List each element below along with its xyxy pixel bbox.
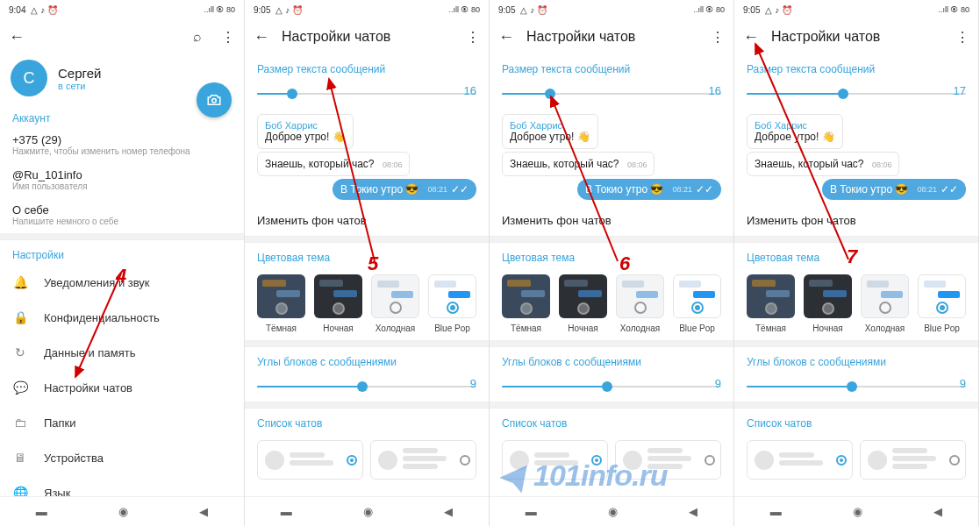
avatar[interactable]: С: [11, 60, 47, 96]
theme-dark[interactable]: Тёмная: [747, 274, 795, 333]
item-privacy[interactable]: 🔒Конфиденциальность: [0, 300, 244, 335]
theme-dark[interactable]: Тёмная: [257, 274, 305, 333]
divider: [490, 402, 733, 409]
theme-dark[interactable]: Тёмная: [502, 274, 550, 333]
about-row[interactable]: О себе Напишите немного о себе: [0, 198, 244, 233]
menu-icon[interactable]: ⋮: [221, 29, 235, 46]
theme-night[interactable]: Ночная: [314, 274, 362, 333]
corners-slider[interactable]: 9: [257, 379, 476, 394]
theme-cold[interactable]: Холодная: [371, 274, 419, 333]
item-notifications[interactable]: 🔔Уведомления и звук: [0, 265, 244, 300]
msg-in: Боб Харрис Доброе утро! 👋: [747, 114, 843, 149]
phone: +375 (29): [12, 133, 232, 146]
back-icon[interactable]: ←: [498, 28, 514, 46]
corners-slider[interactable]: 9: [747, 379, 966, 394]
text-size-slider[interactable]: 16: [502, 86, 721, 102]
item-devices[interactable]: 🖥Устройства: [0, 440, 244, 475]
nav-back-icon[interactable]: ◀: [934, 505, 942, 518]
statusbar-signal-icons: ..ıll ⦿ 80: [204, 5, 235, 14]
back-icon[interactable]: ←: [743, 28, 759, 46]
msg-in: Боб Харрис Доброе утро! 👋: [257, 114, 354, 149]
corners-value: 9: [960, 377, 966, 390]
change-background-row[interactable]: Изменить фон чатов: [734, 205, 978, 236]
corners-label: Углы блоков с сообщениями: [734, 347, 978, 372]
msg-in: Знаешь, который час? 08:06: [257, 152, 410, 176]
item-chat-settings[interactable]: 💬Настройки чатов: [0, 370, 244, 405]
chatlist-option-3line[interactable]: [860, 440, 966, 480]
statusbar-signal-icons: ..ıll ⦿ 80: [693, 5, 725, 14]
back-icon[interactable]: ←: [254, 28, 269, 46]
msg-in: Знаешь, который час? 08:06: [747, 152, 899, 176]
statusbar: 9:05△ ♪ ⏰ ..ıll ⦿ 80: [245, 0, 489, 19]
text-size-label: Размер текста сообщений: [245, 54, 489, 79]
statusbar-time: 9:05: [743, 5, 760, 15]
chat-icon: 💬: [12, 380, 28, 394]
menu-icon[interactable]: ⋮: [711, 29, 725, 46]
chat-preview: Боб Харрис Доброе утро! 👋 Знаешь, которы…: [734, 109, 978, 205]
search-icon[interactable]: ⌕: [193, 29, 202, 45]
svg-point-0: [212, 99, 217, 103]
nav-home-icon[interactable]: ◉: [853, 505, 862, 518]
bell-icon: 🔔: [12, 275, 28, 289]
theme-bluepop[interactable]: Blue Pop: [428, 274, 476, 333]
item-folders[interactable]: 🗀Папки: [0, 405, 244, 440]
chatlist-option-2line[interactable]: [747, 440, 853, 480]
nav-home-icon[interactable]: ◉: [363, 505, 373, 518]
themes-row: Тёмная Ночная Холодная Blue Pop: [734, 267, 978, 340]
camera-fab[interactable]: [197, 82, 232, 117]
item-data[interactable]: ↻Данные и память: [0, 335, 244, 370]
chatlist-option-3line[interactable]: [615, 440, 721, 480]
theme-label: Цветовая тема: [734, 243, 978, 267]
text-size-slider[interactable]: 16: [257, 86, 476, 102]
menu-icon[interactable]: ⋮: [955, 29, 969, 46]
statusbar-notif-icons: △ ♪ ⏰: [275, 5, 303, 15]
divider: [0, 233, 244, 240]
statusbar-notif-icons: △ ♪ ⏰: [31, 5, 58, 15]
nav-recent-icon[interactable]: ▬: [281, 505, 292, 518]
chatlist-option-2line[interactable]: [257, 440, 363, 480]
nav-back-icon[interactable]: ◀: [199, 505, 208, 518]
chatlist-option-3line[interactable]: [370, 440, 476, 480]
theme-label: Цветовая тема: [490, 243, 733, 267]
nav-recent-icon[interactable]: ▬: [770, 505, 782, 518]
nav-back-icon[interactable]: ◀: [689, 505, 697, 518]
nav-home-icon[interactable]: ◉: [608, 505, 618, 518]
text-size-slider[interactable]: 17: [747, 86, 966, 102]
chatlist-option-2line[interactable]: [502, 440, 608, 480]
change-background-row[interactable]: Изменить фон чатов: [490, 205, 733, 236]
text-size-label: Размер текста сообщений: [490, 54, 733, 79]
navbar: ▬ ◉ ◀: [734, 496, 978, 526]
nav-back-icon[interactable]: ◀: [444, 505, 453, 518]
navbar: ▬ ◉ ◀: [245, 496, 489, 526]
profile-name: Сергей: [58, 66, 101, 81]
statusbar-notif-icons: △ ♪ ⏰: [520, 5, 547, 15]
corners-label: Углы блоков с сообщениями: [245, 347, 489, 372]
theme-cold[interactable]: Холодная: [861, 274, 909, 333]
nav-recent-icon[interactable]: ▬: [526, 505, 537, 518]
corners-slider[interactable]: 9: [502, 379, 721, 394]
msg-out: В Токио утро 😎 08:21 ✓✓: [577, 179, 721, 200]
statusbar: 9:04△ ♪ ⏰ ..ıll ⦿ 80: [0, 0, 244, 19]
phone-row[interactable]: +375 (29) Нажмите, чтобы изменить номер …: [0, 128, 244, 163]
theme-bluepop[interactable]: Blue Pop: [673, 274, 721, 333]
theme-label: Цветовая тема: [245, 243, 489, 267]
settings-label: Настройки: [0, 240, 244, 265]
nav-home-icon[interactable]: ◉: [118, 505, 128, 518]
change-background-row[interactable]: Изменить фон чатов: [245, 205, 489, 236]
username-row[interactable]: @Ru_101info Имя пользователя: [0, 163, 244, 198]
back-icon[interactable]: ←: [9, 28, 25, 46]
theme-bluepop[interactable]: Blue Pop: [918, 274, 966, 333]
divider: [734, 402, 978, 409]
chatlist-label: Список чатов: [490, 409, 733, 433]
msg-in: Боб Харрис Доброе утро! 👋: [502, 114, 598, 149]
nav-recent-icon[interactable]: ▬: [36, 505, 47, 518]
statusbar-time: 9:05: [498, 5, 515, 15]
statusbar-signal-icons: ..ıll ⦿ 80: [938, 5, 969, 14]
theme-night[interactable]: Ночная: [804, 274, 852, 333]
page-title: Настройки чатов: [282, 29, 454, 45]
screen-profile: 9:04△ ♪ ⏰ ..ıll ⦿ 80 ← ⌕ ⋮ С Сергей в се…: [0, 0, 245, 526]
theme-night[interactable]: Ночная: [559, 274, 607, 333]
menu-icon[interactable]: ⋮: [466, 29, 480, 46]
statusbar-time: 9:04: [9, 5, 25, 15]
theme-cold[interactable]: Холодная: [616, 274, 664, 333]
